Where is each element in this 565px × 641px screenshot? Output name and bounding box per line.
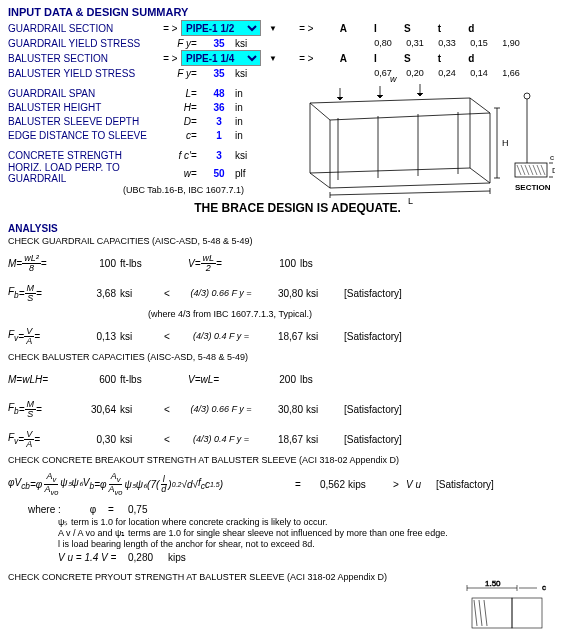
equals: = xyxy=(191,68,203,79)
unit-kips: kips xyxy=(168,552,186,563)
sym-L: L xyxy=(163,88,191,99)
where-label: where : xyxy=(28,504,78,515)
satisfactory: [Satisfactory] xyxy=(344,288,424,299)
unit-in: in xyxy=(235,116,259,127)
av-terms-note: A v / A vo and ψ₁ terms are 1.0 for sing… xyxy=(58,528,557,538)
guardrail-yield-val: 35 xyxy=(203,38,235,49)
unit-plf: plf xyxy=(235,168,259,179)
svg-line-20 xyxy=(533,165,537,175)
sleeve-section-diagram: 1.50 c xyxy=(457,578,557,633)
sym-fy: F y xyxy=(163,68,191,79)
formula-V: V=wL2= xyxy=(188,254,258,273)
unit-in: in xyxy=(235,102,259,113)
sym-w: w xyxy=(163,168,191,179)
diagram-D-label: D xyxy=(552,166,555,175)
diagram-c-label: c xyxy=(550,153,554,162)
formula-Fv: Fv=VA= xyxy=(8,430,78,449)
unit-ftlbs: ft-lbs xyxy=(120,258,158,269)
l-note: l is load bearing length of the anchor f… xyxy=(58,539,557,549)
b-Fv-val2: 18,67 xyxy=(266,434,306,445)
arrow-text: = > xyxy=(163,23,181,34)
svg-line-32 xyxy=(474,600,477,626)
unit-ksi: ksi xyxy=(306,434,344,445)
vu-eq: V u = 1.4 V = xyxy=(58,552,128,563)
edge-dist-val: 1 xyxy=(203,130,235,141)
unit-in: in xyxy=(235,88,259,99)
b-M-val: 600 xyxy=(78,374,120,385)
unit-in: in xyxy=(235,130,259,141)
less-than: < xyxy=(158,331,176,342)
svg-rect-30 xyxy=(472,598,512,628)
formula-Fb: Fb=MS= xyxy=(8,400,78,419)
unit-ksi: ksi xyxy=(120,331,158,342)
unit-ksi: ksi xyxy=(120,404,158,415)
diagram-H-label: H xyxy=(502,138,509,148)
g-Fb-val: 3,68 xyxy=(78,288,120,299)
val-d: 1,90 xyxy=(495,38,527,48)
vu-val: 0,280 xyxy=(128,552,168,563)
col-I: I xyxy=(359,23,391,34)
svg-line-17 xyxy=(521,165,525,175)
mid-formula: (4/3) 0.66 F y = xyxy=(176,404,266,414)
formula-M: M=wLH= xyxy=(8,374,78,385)
sym-H: H xyxy=(163,102,191,113)
guardrail-section-select[interactable]: PIPE-1 1/2 xyxy=(181,20,261,36)
svg-rect-31 xyxy=(512,598,542,628)
g-V-val: 100 xyxy=(258,258,300,269)
svg-text:c: c xyxy=(542,583,546,592)
svg-line-16 xyxy=(517,165,521,175)
b-Fb-val2: 30,80 xyxy=(266,404,306,415)
col-t: t xyxy=(423,23,455,34)
val-t: 0,15 xyxy=(463,38,495,48)
svg-line-21 xyxy=(537,165,541,175)
unit-ksi: ksi xyxy=(120,434,158,445)
col-d: d xyxy=(455,53,487,64)
vu-symbol: V u xyxy=(406,479,436,490)
satisfactory: [Satisfactory] xyxy=(436,479,516,490)
formula-V: V=wL= xyxy=(188,374,258,385)
less-than: < xyxy=(158,404,176,415)
g-Fb-val2: 30,80 xyxy=(266,288,306,299)
note-43: (where 4/3 from IBC 1607.7.1.3, Typical.… xyxy=(148,309,557,319)
header-title: INPUT DATA & DESIGN SUMMARY xyxy=(8,6,557,18)
phi-label: φ xyxy=(78,504,108,515)
arrow-text: = > xyxy=(163,53,181,64)
formula-Fv: Fv=VA= xyxy=(8,327,78,346)
concrete-val: 3 xyxy=(203,150,235,161)
svg-line-33 xyxy=(479,600,482,626)
baluster-yield-label: BALUSTER YIELD STRESS xyxy=(8,68,163,79)
svg-point-13 xyxy=(524,93,530,99)
unit-ksi: ksi xyxy=(120,288,158,299)
unit-ksi: ksi xyxy=(306,331,344,342)
guardrail-check-title: CHECK GUARDRAIL CAPACITIES (AISC-ASD, 5-… xyxy=(8,236,557,246)
less-than: < xyxy=(158,288,176,299)
diagram-L-label: L xyxy=(408,196,413,206)
col-A: A xyxy=(327,53,359,64)
arrow-text: = > xyxy=(299,23,313,34)
height-label: BALUSTER HEIGHT xyxy=(8,102,163,113)
val-I: 0,31 xyxy=(399,38,431,48)
baluster-section-select[interactable]: PIPE-1 1/4 xyxy=(181,50,261,66)
col-A: A xyxy=(327,23,359,34)
horiz-load-label: HORIZ. LOAD PERP. TO GUARDRAIL xyxy=(8,162,163,184)
col-d: d xyxy=(455,23,487,34)
svg-line-34 xyxy=(484,600,487,626)
formula-breakout: φVcb=φAvAvoψ₅ψ₆Vb=φAvAvoψ₅ψ₆(7(ld)0.2√d√… xyxy=(8,472,288,496)
less-than: < xyxy=(158,434,176,445)
unit-ksi: ksi xyxy=(235,150,259,161)
val-A: 0,80 xyxy=(367,38,399,48)
sym-c: c xyxy=(163,130,191,141)
arrow-text: = > xyxy=(299,53,313,64)
horiz-load-val: 50 xyxy=(203,168,235,179)
svg-line-22 xyxy=(541,165,545,175)
formula-Fb: Fb=MS= xyxy=(8,284,78,303)
edge-dist-label: EDGE DISTANCE TO SLEEVE xyxy=(8,130,163,141)
baluster-check-title: CHECK BALUSTER CAPACITIES (AISC-ASD, 5-4… xyxy=(8,352,557,362)
sym-D: D xyxy=(163,116,191,127)
b-Fb-val: 30,64 xyxy=(78,404,120,415)
phi-val: 0,75 xyxy=(128,504,147,515)
mid-formula: (4/3) 0.4 F y = xyxy=(176,434,266,444)
b-Fv-val: 0,30 xyxy=(78,434,120,445)
g-Fv-val: 0,13 xyxy=(78,331,120,342)
unit-ftlbs: ft-lbs xyxy=(120,374,158,385)
